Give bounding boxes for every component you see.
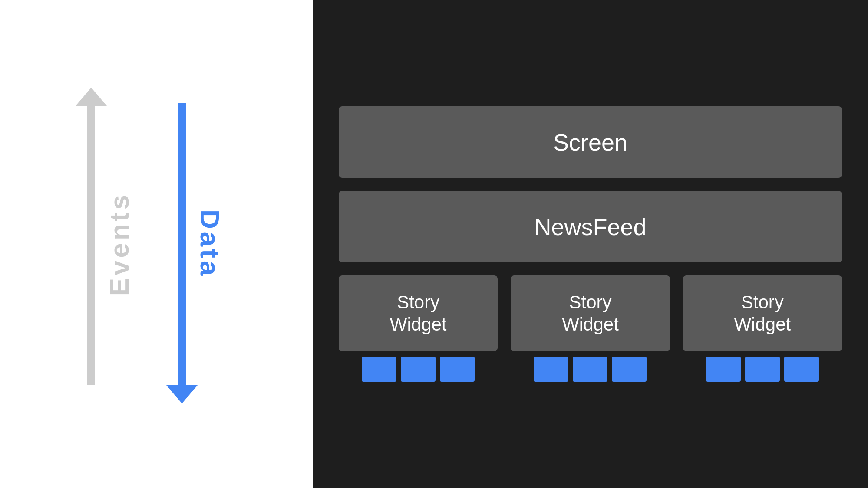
blue-square-1-3	[440, 357, 475, 382]
blue-square-3-2	[745, 357, 780, 382]
blue-square-1-2	[401, 357, 436, 382]
story-widget-group-3: StoryWidget	[683, 275, 842, 382]
blue-square-2-3	[612, 357, 647, 382]
screen-box: Screen	[339, 106, 842, 178]
blue-squares-1	[339, 357, 498, 382]
data-label: Data	[195, 210, 225, 278]
story-widget-group-2: StoryWidget	[511, 275, 670, 382]
arrows-area: Events Data	[87, 97, 225, 392]
story-widgets-row: StoryWidget StoryWidget StoryWidget	[339, 275, 842, 382]
story-widget-label-2: StoryWidget	[562, 291, 619, 335]
blue-squares-3	[683, 357, 842, 382]
screen-label: Screen	[553, 129, 627, 156]
story-widget-box-2: StoryWidget	[511, 275, 670, 351]
story-widget-label-3: StoryWidget	[734, 291, 791, 335]
blue-square-2-2	[573, 357, 607, 382]
newsfeed-box: NewsFeed	[339, 191, 842, 262]
events-label: Events	[104, 192, 135, 296]
data-column: Data	[178, 97, 225, 392]
story-widget-group-1: StoryWidget	[339, 275, 498, 382]
story-widget-box-1: StoryWidget	[339, 275, 498, 351]
blue-square-3-3	[784, 357, 819, 382]
newsfeed-label: NewsFeed	[534, 213, 646, 240]
story-widget-label-1: StoryWidget	[390, 291, 447, 335]
left-panel: Events Data	[0, 0, 313, 488]
data-arrow-down	[178, 103, 186, 385]
blue-squares-2	[511, 357, 670, 382]
blue-square-1-1	[362, 357, 396, 382]
story-widget-box-3: StoryWidget	[683, 275, 842, 351]
blue-square-2-1	[534, 357, 568, 382]
blue-square-3-1	[706, 357, 741, 382]
events-arrow-up	[87, 103, 95, 385]
events-column: Events	[87, 97, 135, 392]
right-panel: Screen NewsFeed StoryWidget StoryWidget	[313, 0, 868, 488]
